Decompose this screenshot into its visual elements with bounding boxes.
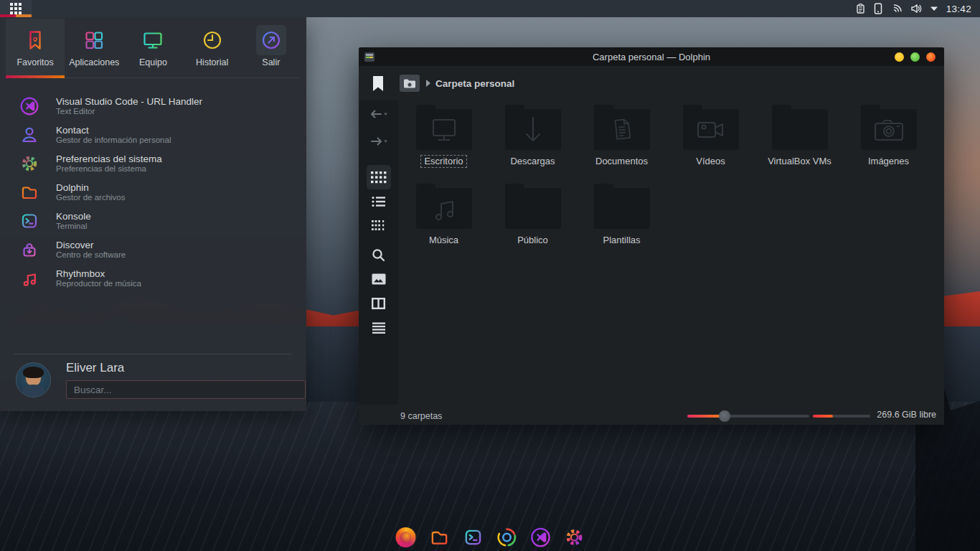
folder-label: Plantillas: [599, 234, 644, 247]
home-button[interactable]: [400, 75, 420, 92]
back-button[interactable]: [367, 102, 391, 126]
tab-aplicaciones[interactable]: Aplicaciones: [65, 19, 123, 77]
tab-salir[interactable]: Salir: [242, 19, 301, 77]
folder-icon: [429, 527, 451, 548]
list-item-kontact[interactable]: Kontact Gestor de información personal: [0, 121, 306, 149]
zoom-slider-knob[interactable]: [719, 410, 730, 422]
details-view-button[interactable]: [367, 214, 391, 238]
dock-item-firefox[interactable]: [395, 527, 417, 548]
list-item-preferencias[interactable]: Preferencias del sistema Preferencias de…: [0, 149, 306, 178]
gear-icon: [19, 153, 40, 174]
folder-item-virtualbox[interactable]: VirtualBox VMs: [760, 103, 839, 168]
app-description: Preferencias del sistema: [56, 164, 162, 174]
app-name: Discover: [56, 240, 126, 251]
chevron-down-icon[interactable]: [930, 6, 938, 11]
breadcrumb[interactable]: Carpeta personal: [435, 78, 514, 89]
folder-grid: Escritorio Descargas: [404, 103, 938, 248]
tab-favoritos[interactable]: Favoritos: [6, 19, 65, 77]
user-area: Eliver Lara: [0, 360, 306, 403]
folder-item-imagenes[interactable]: Imágenes: [849, 103, 928, 168]
folder-icon: [594, 188, 650, 229]
window-app-icon: [364, 52, 374, 62]
tab-label: Equipo: [139, 57, 167, 67]
location-toolbar: Carpeta personal: [359, 66, 944, 100]
folder-icon: [505, 188, 561, 229]
folder-item-musica[interactable]: Música: [404, 182, 484, 247]
firefox-icon: [396, 527, 416, 547]
application-menu-panel: Favoritos Aplicaciones: [0, 17, 306, 411]
search-button[interactable]: [367, 242, 391, 267]
bookmark-icon[interactable]: [373, 76, 383, 91]
dock: [395, 527, 585, 548]
music-note-emblem-icon: [431, 195, 457, 222]
clock-icon: [197, 25, 227, 55]
folder-label: Imágenes: [864, 155, 913, 168]
maximize-button[interactable]: [910, 52, 920, 62]
split-view-button[interactable]: [367, 291, 391, 316]
compact-view-button[interactable]: [367, 189, 391, 214]
app-description: Gestor de información personal: [56, 136, 171, 145]
folder-item-documentos[interactable]: Documentos: [582, 103, 661, 168]
tool-sidebar: [359, 100, 398, 405]
terminal-icon: [463, 527, 484, 548]
app-name: Kontact: [56, 125, 171, 136]
list-item-vscode[interactable]: Visual Studio Code - URL Handler Text Ed…: [0, 92, 306, 121]
menu-divider: [14, 354, 292, 354]
split-columns-icon: [372, 298, 385, 309]
clock[interactable]: 13:42: [946, 4, 971, 14]
breadcrumb-chevron-icon[interactable]: [426, 80, 430, 87]
app-name: Preferencias del sistema: [56, 154, 162, 165]
terminal-icon: [19, 210, 40, 232]
folder-item-videos[interactable]: Vídeos: [671, 103, 750, 168]
menu-button[interactable]: [367, 316, 391, 340]
close-button[interactable]: [926, 52, 936, 62]
user-name: Eliver Lara: [66, 361, 124, 375]
image-icon: [372, 273, 386, 285]
phone-icon[interactable]: [874, 3, 882, 14]
icons-view-button[interactable]: [367, 165, 391, 189]
music-note-icon: [19, 268, 40, 289]
folder-label: Público: [514, 234, 552, 247]
list-item-konsole[interactable]: Konsole Terminal: [0, 207, 306, 235]
chromium-icon: [496, 527, 518, 548]
forward-button[interactable]: [367, 129, 391, 154]
folder-item-publico[interactable]: Público: [493, 182, 573, 247]
arrow-left-icon: [369, 108, 388, 120]
dock-item-dolphin[interactable]: [429, 527, 451, 548]
compact-view-icon: [372, 196, 386, 207]
monitor-icon: [138, 25, 168, 55]
details-view-icon: [372, 220, 386, 232]
preview-button[interactable]: [367, 267, 391, 291]
app-name: Konsole: [56, 211, 91, 222]
dock-item-vscode[interactable]: [530, 527, 552, 548]
desktop: 13:42 Favoritos: [0, 0, 980, 551]
app-name: Dolphin: [56, 182, 126, 194]
list-item-dolphin[interactable]: Dolphin Gestor de archivos: [0, 178, 306, 207]
folder-item-descargas[interactable]: Descargas: [493, 103, 573, 168]
folder-icon: [594, 109, 650, 150]
folder-item-plantillas[interactable]: Plantillas: [582, 182, 661, 247]
folder-icon: [683, 109, 739, 150]
window-titlebar[interactable]: Carpeta personal — Dolphin: [359, 47, 944, 66]
minimize-button[interactable]: [895, 52, 904, 62]
camera-emblem-icon: [873, 118, 905, 142]
dock-item-settings[interactable]: [564, 527, 585, 548]
dock-item-chromium[interactable]: [496, 527, 518, 548]
volume-icon[interactable]: [910, 3, 922, 14]
network-signal-icon[interactable]: [890, 3, 903, 14]
folder-icon: [505, 109, 561, 150]
app-launcher-button[interactable]: [0, 0, 32, 17]
list-item-rhythmbox[interactable]: Rhythmbox Reproductor de música: [0, 264, 306, 293]
zoom-slider[interactable]: [687, 415, 809, 418]
tab-historial[interactable]: Historial: [183, 19, 242, 77]
tab-equipo[interactable]: Equipo: [123, 19, 182, 77]
search-input[interactable]: [66, 380, 306, 399]
favorites-list: Visual Studio Code - URL Handler Text Ed…: [0, 92, 306, 293]
zoom-slider-fill: [687, 415, 720, 418]
avatar[interactable]: [16, 362, 51, 397]
tab-label: Aplicaciones: [69, 57, 119, 67]
folder-item-escritorio[interactable]: Escritorio: [404, 103, 484, 168]
clipboard-icon[interactable]: [855, 3, 866, 14]
list-item-discover[interactable]: Discover Centro de software: [0, 235, 306, 264]
dock-item-konsole[interactable]: [463, 527, 484, 548]
